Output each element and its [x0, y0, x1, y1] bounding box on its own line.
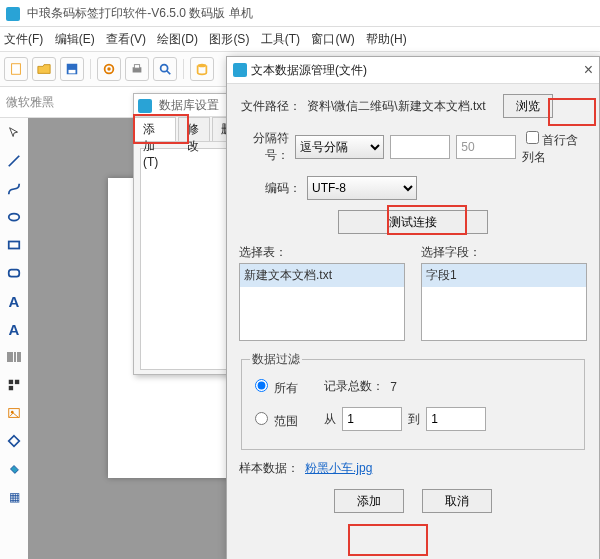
svg-rect-12: [9, 242, 20, 249]
text-a-tool[interactable]: A: [3, 290, 25, 312]
table-item[interactable]: 新建文本文档.txt: [240, 264, 404, 287]
sample-label: 样本数据：: [239, 460, 299, 477]
filter-fieldset: 数据过滤 所有 记录总数： 7 范围 从 到: [241, 351, 585, 450]
table-list[interactable]: 新建文本文档.txt: [239, 263, 405, 341]
first-row-chk[interactable]: [526, 131, 539, 144]
svg-rect-0: [12, 64, 21, 75]
count-label: 记录总数：: [324, 378, 384, 395]
menubar[interactable]: 文件(F) 编辑(E) 查看(V) 绘图(D) 图形(S) 工具(T) 窗口(W…: [0, 27, 600, 52]
filter-all-label: 所有: [274, 381, 298, 395]
qr-tool[interactable]: [3, 374, 25, 396]
from-input[interactable]: [342, 407, 402, 431]
barcode-tool[interactable]: [3, 346, 25, 368]
add-button[interactable]: 添加: [334, 489, 404, 513]
polygon-tool[interactable]: [3, 430, 25, 452]
to-label: 到: [408, 411, 420, 428]
preview-button[interactable]: [153, 57, 177, 81]
db-list[interactable]: [140, 148, 238, 370]
delim-select[interactable]: 逗号分隔: [295, 135, 384, 159]
open-button[interactable]: [32, 57, 56, 81]
menu-draw[interactable]: 绘图(D): [157, 32, 198, 46]
radio-range[interactable]: [255, 412, 268, 425]
test-connection-button[interactable]: 测试连接: [338, 210, 488, 234]
filter-range-label: 范围: [274, 414, 298, 428]
enc-label: 编码：: [239, 180, 301, 197]
path-value: 资料\微信二维码\新建文本文档.txt: [307, 98, 497, 115]
db-tab-edit[interactable]: 修改: [178, 117, 210, 141]
svg-rect-6: [134, 65, 139, 69]
from-label: 从: [324, 411, 336, 428]
svg-point-9: [198, 64, 207, 68]
svg-rect-13: [9, 270, 20, 277]
svg-line-8: [167, 71, 171, 75]
rounded-rect-tool[interactable]: [3, 262, 25, 284]
delim-label: 分隔符号：: [239, 130, 289, 164]
filter-all-radio[interactable]: 所有: [250, 376, 298, 397]
delim-count-input[interactable]: [456, 135, 516, 159]
db-dialog-title-text: 数据库设置: [159, 98, 219, 112]
rect-tool[interactable]: [3, 234, 25, 256]
close-icon[interactable]: ×: [584, 57, 593, 83]
menu-tool[interactable]: 工具(T): [261, 32, 300, 46]
menu-window[interactable]: 窗口(W): [311, 32, 354, 46]
delim-custom-input[interactable]: [390, 135, 450, 159]
print-button[interactable]: [125, 57, 149, 81]
svg-point-4: [107, 67, 111, 71]
settings-button[interactable]: [97, 57, 121, 81]
curve-tool[interactable]: [3, 178, 25, 200]
dlg-titlebar[interactable]: 文本数据源管理(文件) ×: [227, 57, 599, 84]
titlebar: 中琅条码标签打印软件-V6.5.0 数码版 单机: [0, 0, 600, 27]
svg-line-10: [9, 156, 20, 167]
field-list[interactable]: 字段1: [421, 263, 587, 341]
dlg-title: 文本数据源管理(文件): [251, 57, 367, 83]
svg-marker-25: [9, 436, 20, 447]
app-icon: [6, 7, 20, 21]
svg-point-7: [161, 65, 168, 72]
select-field-label: 选择字段：: [421, 244, 587, 261]
menu-view[interactable]: 查看(V): [106, 32, 146, 46]
count-value: 7: [390, 380, 397, 394]
path-label: 文件路径：: [239, 98, 301, 115]
save-button[interactable]: [60, 57, 84, 81]
cancel-button[interactable]: 取消: [422, 489, 492, 513]
browse-button[interactable]: 浏览: [503, 94, 553, 118]
field-item[interactable]: 字段1: [422, 264, 586, 287]
fill-tool[interactable]: [3, 458, 25, 480]
text-a2-tool[interactable]: A: [3, 318, 25, 340]
menu-shape[interactable]: 图形(S): [209, 32, 249, 46]
menu-edit[interactable]: 编辑(E): [55, 32, 95, 46]
text-datasource-dialog[interactable]: 文本数据源管理(文件) × 文件路径： 资料\微信二维码\新建文本文档.txt …: [226, 56, 600, 559]
font-name[interactable]: 微软雅黑: [6, 95, 54, 109]
table-tool[interactable]: ▦: [3, 486, 25, 508]
new-doc-button[interactable]: [4, 57, 28, 81]
menu-help[interactable]: 帮助(H): [366, 32, 407, 46]
svg-rect-2: [69, 70, 76, 74]
first-row-checkbox[interactable]: 首行含列名: [522, 128, 587, 166]
sample-link[interactable]: 粉黑小车.jpg: [305, 460, 372, 477]
enc-select[interactable]: UTF-8: [307, 176, 417, 200]
left-toolbar: A A ▦: [0, 118, 29, 559]
dlg-icon: [233, 63, 247, 77]
select-table-label: 选择表：: [239, 244, 405, 261]
filter-range-radio[interactable]: 范围: [250, 409, 298, 430]
svg-rect-21: [15, 380, 19, 384]
ellipse-tool[interactable]: [3, 206, 25, 228]
select-tool[interactable]: [3, 122, 25, 144]
window-title: 中琅条码标签打印软件-V6.5.0 数码版 单机: [27, 6, 252, 20]
filter-legend: 数据过滤: [250, 351, 302, 368]
db-dialog-icon: [138, 99, 152, 113]
to-input[interactable]: [426, 407, 486, 431]
svg-rect-22: [9, 386, 13, 390]
database-button[interactable]: [190, 57, 214, 81]
menu-file[interactable]: 文件(F): [4, 32, 43, 46]
radio-all[interactable]: [255, 379, 268, 392]
line-tool[interactable]: [3, 150, 25, 172]
svg-point-11: [9, 214, 20, 221]
image-tool[interactable]: [3, 402, 25, 424]
svg-rect-20: [9, 380, 13, 384]
db-tab-add[interactable]: 添加(T): [134, 117, 176, 141]
